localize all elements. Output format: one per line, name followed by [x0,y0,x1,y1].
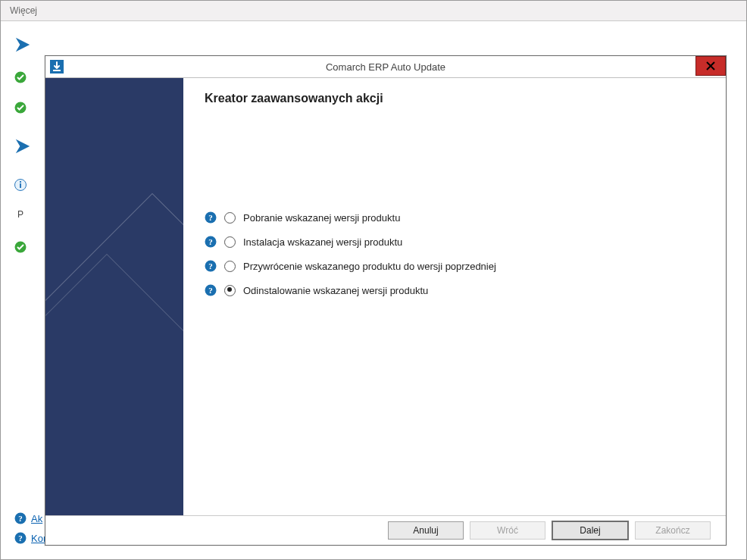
close-icon [706,61,715,70]
option-row: ? Odinstalowanie wskazanej wersji produk… [205,284,711,296]
question-icon: ? [14,512,27,524]
radio-option-uninstall[interactable] [224,285,236,296]
option-row: ? Instalacja wskazanej wersji produktu [205,236,711,248]
svg-text:?: ? [18,514,23,523]
svg-text:?: ? [208,237,213,246]
options-group: ? Pobranie wskazanej wersji produktu ? I… [205,211,711,296]
wizard-dialog: Comarch ERP Auto Update Kreator zaawanso… [45,55,727,546]
finish-button: Zakończ [635,521,711,540]
download-icon [50,60,64,74]
option-row: ? Przywrócenie wskazanego produktu do we… [205,260,711,272]
button-bar: Anuluj Wróć Dalej Zakończ [45,515,726,545]
wizard-heading: Kreator zaawansowanych akcji [205,92,711,105]
cancel-button[interactable]: Anuluj [388,521,464,540]
svg-rect-5 [20,183,21,188]
svg-marker-3 [16,139,30,153]
next-button[interactable]: Dalej [552,521,629,540]
svg-text:?: ? [18,533,23,543]
question-icon[interactable]: ? [205,260,217,272]
outer-window: Więcej P [0,0,747,560]
info-icon [14,179,27,191]
background-area: P ? Ak ? Konfiguracja [1,21,746,559]
check-icon [14,71,27,83]
option-row: ? Pobranie wskazanej wersji produktu [205,211,711,224]
option-label: Instalacja wskazanej wersji produktu [243,236,402,248]
question-icon[interactable]: ? [205,211,217,224]
side-banner [45,78,183,515]
bg-icon-column: P [14,36,45,253]
dialog-titlebar: Comarch ERP Auto Update [45,56,726,78]
arrow-icon [14,138,31,155]
radio-option-install[interactable] [224,236,236,248]
arrow-icon [14,36,31,53]
option-label: Przywrócenie wskazanego produktu do wers… [243,261,496,272]
question-icon[interactable]: ? [205,284,217,296]
link-first-text: Ak [31,513,42,524]
dialog-title: Comarch ERP Auto Update [45,61,726,73]
bg-label-stub: P [17,209,45,220]
option-label: Pobranie wskazanej wersji produktu [243,212,400,224]
svg-rect-13 [53,70,61,71]
check-icon [14,241,27,253]
svg-text:?: ? [208,213,213,222]
back-button: Wróć [470,521,545,540]
svg-marker-0 [16,38,30,52]
close-button[interactable] [695,56,726,76]
radio-option-download[interactable] [224,212,236,224]
radio-option-rollback[interactable] [224,261,236,272]
svg-rect-6 [20,181,21,183]
svg-text:?: ? [208,286,213,295]
content-area: Kreator zaawansowanych akcji ? Pobranie … [183,78,726,515]
check-icon [14,102,27,114]
question-icon[interactable]: ? [205,236,217,248]
outer-titlebar: Więcej [1,1,746,21]
option-label: Odinstalowanie wskazanej wersji produktu [243,285,428,296]
question-icon: ? [14,532,27,544]
dialog-body: Kreator zaawansowanych akcji ? Pobranie … [45,78,726,515]
outer-title: Więcej [10,5,37,16]
svg-text:?: ? [208,261,213,271]
